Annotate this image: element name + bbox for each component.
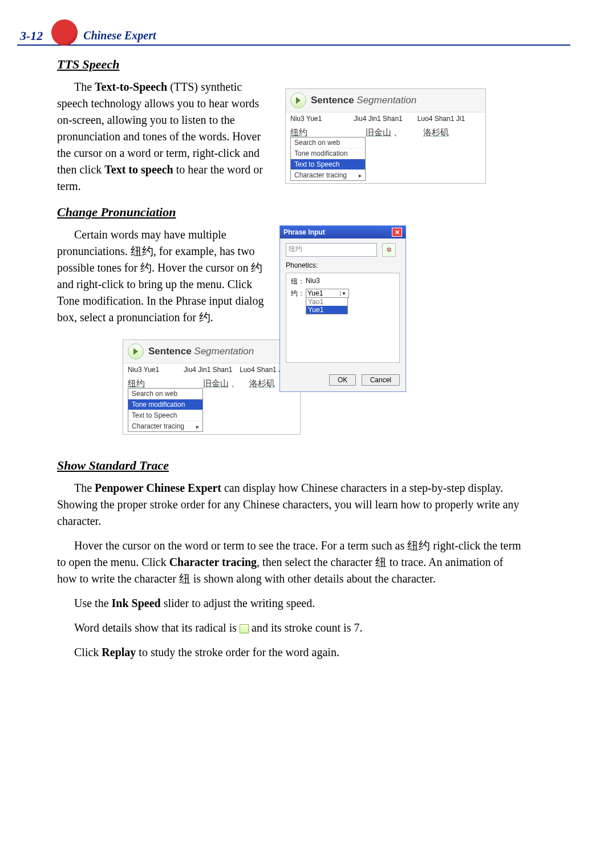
trace-p4a: Word details show that its radical is: [74, 621, 240, 634]
dialog-titlebar[interactable]: Phrase Input ✕: [280, 226, 406, 238]
menu-character-tracing[interactable]: Character tracing: [291, 170, 365, 180]
hanzi-2[interactable]: 洛杉矶: [423, 127, 449, 137]
trace-para-3: Use the Ink Speed slider to adjust the w…: [57, 595, 525, 612]
change-paragraph: Certain words may have multiple pronunci…: [57, 227, 268, 326]
chevron-down-icon[interactable]: ▼: [340, 291, 347, 296]
trace-para-2: Hover the cursor on the word or term to …: [57, 537, 525, 587]
seg2-pinyin-1: Jiu4 Jin1 Shan1: [184, 366, 240, 374]
seg-pinyin-row: Niu3 Yue1 Jiu4 Jin1 Shan1 Luo4 Shan1 Ji1: [286, 112, 485, 125]
bold-tts1: Text-to-Speech: [95, 80, 167, 93]
phrase-input-dialog: Phrase Input ✕ 纽约 ✲ Phonetics: 纽： Niu3 约…: [279, 225, 406, 392]
pinyin-2: Luo4 Shan1 Ji1: [418, 115, 481, 123]
seg2-pinyin-0: Niu3 Yue1: [128, 366, 184, 374]
phon-value-0: Niu3: [306, 277, 320, 285]
seg-comma-1: 、: [394, 127, 402, 137]
menu-character-tracing-label: Character tracing: [294, 171, 347, 179]
seg2-hanzi-2[interactable]: 洛杉矶: [249, 378, 275, 388]
seg2-hanzi-1[interactable]: 旧金山: [203, 378, 229, 388]
trace-para-5: Click Replay to study the stroke order f…: [57, 644, 525, 661]
pinyin-0: Niu3 Yue1: [290, 115, 354, 123]
seg-hanzi-row: 纽约 Search on web Tone modification Text …: [286, 125, 485, 183]
wildcard-button[interactable]: ✲: [382, 243, 396, 257]
trace-p5-bold: Replay: [102, 646, 136, 658]
segmentation-panel-change: Sentence Segmentation Niu3 Yue1 Jiu4 Jin…: [123, 339, 299, 435]
trace-p3a: Use the: [74, 597, 112, 609]
section-title-trace: Show Standard Trace: [57, 458, 570, 473]
trace-para-1: The Penpower Chinese Expert can display …: [57, 480, 525, 529]
seg-panel-header: Sentence Segmentation: [286, 89, 485, 112]
menu2-tone-modification[interactable]: Tone modification: [128, 399, 202, 410]
menu-tone-modification[interactable]: Tone modification: [291, 148, 365, 159]
page-header: 3-12 Chinese Expert: [17, 17, 570, 46]
menu-search-web[interactable]: Search on web: [291, 138, 365, 148]
arrow-right-icon: [128, 343, 144, 359]
trace-p2-bold: Character tracing: [169, 556, 257, 568]
seg2-hanzi-row: 纽约 Search on web Tone modification Text …: [123, 376, 300, 434]
close-icon[interactable]: ✕: [392, 228, 402, 237]
pinyin-1: Jiu4 Jin1 Shan1: [354, 115, 417, 123]
hanzi-0[interactable]: 纽约: [290, 127, 307, 137]
seg-panel-header-2: Sentence Segmentation: [123, 340, 300, 363]
brand-text: Chinese Expert: [83, 29, 156, 42]
menu2-text-to-speech[interactable]: Text to Speech: [128, 410, 202, 421]
seg-title-bold: Sentence: [311, 95, 354, 106]
seg2-title-rest: Segmentation: [192, 346, 254, 357]
ok-button[interactable]: OK: [329, 374, 356, 386]
dropdown-option-0[interactable]: Yao1: [306, 298, 347, 306]
trace-p5a: Click: [74, 646, 102, 658]
tts-paragraph: The Text-to-Speech (TTS) synthetic speec…: [57, 79, 268, 195]
menu2-search-web[interactable]: Search on web: [128, 389, 202, 399]
trace-p1a: The: [74, 482, 95, 494]
trace-p3b: slider to adjust the writing speed.: [161, 597, 315, 609]
pronunciation-dropdown[interactable]: Yue1 ▼: [306, 289, 349, 298]
arrow-right-icon: [290, 92, 306, 108]
dropdown-option-1[interactable]: Yue1: [306, 306, 347, 314]
bold-tts2: Text to speech: [104, 163, 173, 176]
page-number: 3-12: [20, 29, 43, 43]
phonetics-label: Phonetics:: [286, 261, 400, 269]
trace-p3-bold: Ink Speed: [112, 597, 161, 609]
cancel-button[interactable]: Cancel: [362, 374, 400, 386]
dropdown-selected: Yue1: [307, 289, 323, 297]
menu2-character-tracing-label: Character tracing: [132, 422, 184, 430]
phrase-text-field[interactable]: 纽约: [286, 243, 377, 257]
segmentation-panel-tts: Sentence Segmentation Niu3 Yue1 Jiu4 Jin…: [285, 88, 486, 184]
context-menu-tts[interactable]: Search on web Tone modification Text to …: [290, 137, 366, 181]
seg-title-rest: Segmentation: [354, 95, 417, 106]
dialog-title-text: Phrase Input: [283, 228, 325, 236]
hanzi-1[interactable]: 旧金山: [366, 127, 391, 137]
seg2-title-bold: Sentence: [148, 346, 192, 357]
seg2-hanzi-0[interactable]: 纽约: [128, 378, 145, 388]
trace-para-4: Word details show that its radical is an…: [57, 620, 525, 636]
brand-icon: [51, 19, 78, 46]
menu-text-to-speech[interactable]: Text to Speech: [291, 159, 365, 170]
seg2-pinyin-row: Niu3 Yue1 Jiu4 Jin1 Shan1 Luo4 Shan1 Ji1: [123, 363, 300, 376]
radical-icon: [240, 624, 249, 633]
trace-p1-bold: Penpower Chinese Expert: [95, 482, 221, 494]
dropdown-list[interactable]: Yao1 Yue1: [306, 297, 348, 314]
phonetics-grid: 纽： Niu3 约： Yue1 ▼ Yao1 Yue1: [286, 273, 400, 363]
trace-p5b: to study the stroke order for the word a…: [136, 646, 339, 658]
seg2-comma-1: 、: [231, 378, 240, 388]
context-menu-change[interactable]: Search on web Tone modification Text to …: [128, 388, 203, 432]
section-title-tts: TTS Speech: [57, 57, 570, 72]
menu2-character-tracing[interactable]: Character tracing: [128, 421, 202, 431]
section-title-change: Change Pronunciation: [57, 205, 570, 220]
phon-char-0: 纽：: [291, 277, 306, 286]
phon-char-1: 约：: [291, 289, 306, 298]
trace-p4b: and its stroke count is 7.: [249, 621, 362, 634]
